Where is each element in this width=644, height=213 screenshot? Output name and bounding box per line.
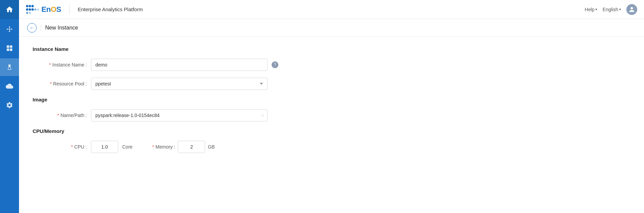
- title-divider: [41, 24, 41, 31]
- cpu-memory-section-title: CPU/Memory: [33, 128, 630, 134]
- sidebar-item-analytics[interactable]: [0, 20, 19, 38]
- page-title: New Instance: [45, 25, 78, 31]
- svg-point-1: [7, 28, 8, 30]
- memory-group: *Memory : GB: [145, 141, 215, 153]
- name-path-input[interactable]: [91, 109, 268, 121]
- logo-text: EnOS: [41, 5, 61, 14]
- svg-point-11: [29, 5, 31, 7]
- top-header: EnOS Enterprise Analytics Platform Help …: [19, 0, 644, 19]
- svg-rect-8: [7, 49, 9, 51]
- instance-name-row: *Instance Name : ?: [33, 59, 630, 71]
- avatar[interactable]: [626, 4, 637, 15]
- logo-icon: [26, 5, 40, 14]
- svg-point-0: [9, 26, 10, 28]
- header-right: Help ▾ English ▾: [585, 4, 637, 15]
- cpu-label: *CPU :: [33, 144, 87, 150]
- language-button[interactable]: English ▾: [603, 7, 621, 12]
- image-section-title: Image: [33, 97, 630, 102]
- cpu-unit: Core: [122, 144, 132, 150]
- name-path-row: *Name/Path : ○: [33, 109, 630, 121]
- memory-input[interactable]: [178, 141, 205, 153]
- back-button[interactable]: ←: [27, 23, 37, 33]
- svg-point-16: [34, 8, 36, 11]
- svg-point-19: [29, 12, 31, 14]
- logo-divider: [69, 5, 70, 14]
- required-star: *: [49, 62, 51, 67]
- svg-point-12: [32, 5, 34, 7]
- svg-point-18: [26, 12, 28, 14]
- memory-unit: GB: [208, 144, 215, 150]
- chevron-down-icon: ▾: [595, 7, 597, 11]
- svg-point-17: [37, 8, 39, 10]
- svg-point-13: [26, 8, 29, 11]
- instance-name-label: *Instance Name :: [33, 62, 87, 67]
- clear-icon[interactable]: ○: [261, 113, 264, 118]
- logo-area: EnOS Enterprise Analytics Platform: [26, 5, 143, 14]
- logo: EnOS: [26, 5, 61, 14]
- svg-point-2: [11, 28, 13, 30]
- resource-pool-label: *Resource Pool :: [33, 81, 87, 86]
- svg-point-14: [29, 8, 31, 11]
- sidebar: [0, 0, 19, 213]
- instance-name-input[interactable]: [91, 59, 268, 71]
- required-star: *: [50, 81, 52, 86]
- instance-name-section-title: Instance Name: [33, 46, 630, 52]
- sidebar-item-settings[interactable]: [0, 96, 19, 114]
- sidebar-item-home[interactable]: [0, 0, 19, 19]
- cpu-memory-row: *CPU : Core *Memory : GB: [33, 141, 630, 153]
- main-area: EnOS Enterprise Analytics Platform Help …: [19, 0, 644, 213]
- platform-title: Enterprise Analytics Platform: [78, 6, 143, 12]
- form-content: Instance Name *Instance Name : ? *Resour…: [19, 37, 644, 213]
- sidebar-item-lab[interactable]: [0, 58, 19, 76]
- svg-point-10: [26, 5, 29, 7]
- content-header: ← New Instance: [19, 19, 644, 37]
- svg-rect-6: [7, 45, 9, 48]
- cpu-input[interactable]: [91, 141, 118, 153]
- sidebar-item-cloud[interactable]: [0, 77, 19, 95]
- required-star: *: [57, 113, 59, 118]
- sidebar-item-dashboard[interactable]: [0, 39, 19, 57]
- required-star: *: [152, 144, 154, 150]
- required-star: *: [71, 144, 73, 150]
- image-input-wrapper: ○: [91, 109, 268, 121]
- name-path-label: *Name/Path :: [33, 113, 87, 118]
- help-icon[interactable]: ?: [272, 61, 278, 68]
- help-button[interactable]: Help ▾: [585, 7, 597, 12]
- resource-pool-select[interactable]: ppetestdefaultpool-1: [91, 78, 268, 90]
- svg-rect-7: [10, 45, 12, 48]
- svg-rect-9: [10, 49, 12, 51]
- chevron-down-icon: ▾: [619, 7, 621, 11]
- resource-pool-row: *Resource Pool : ppetestdefaultpool-1: [33, 78, 630, 90]
- svg-point-15: [32, 8, 34, 11]
- svg-point-3: [9, 31, 10, 32]
- back-arrow-icon: ←: [30, 25, 34, 31]
- memory-label: *Memory :: [145, 144, 175, 150]
